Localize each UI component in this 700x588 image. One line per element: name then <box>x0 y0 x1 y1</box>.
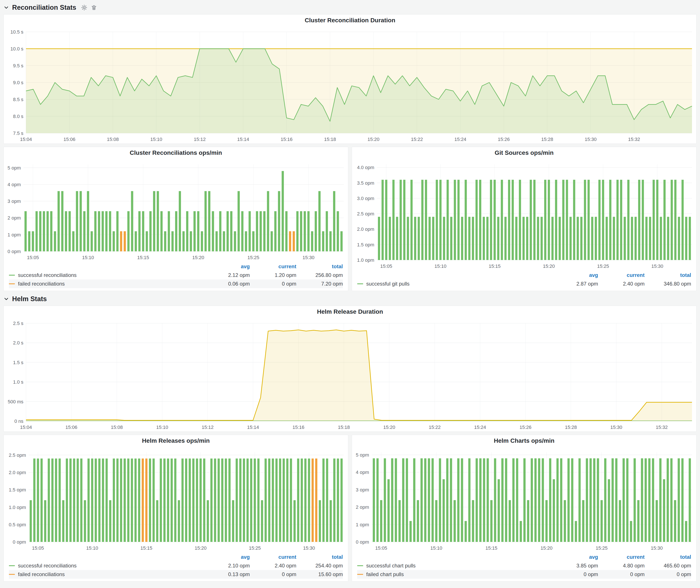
legend-row[interactable]: successful reconciliations2.12 opm1.20 o… <box>9 271 343 279</box>
svg-text:2.0 opm: 2.0 opm <box>357 226 374 232</box>
legend-row[interactable]: successful git pulls2.87 opm2.40 opm346.… <box>357 279 691 288</box>
svg-text:7.5 s: 7.5 s <box>13 131 23 136</box>
panel-row: Cluster Reconciliations ops/min 15:0515:… <box>3 147 697 291</box>
svg-text:15:14: 15:14 <box>247 425 259 430</box>
svg-text:9.0 s: 9.0 s <box>13 80 23 85</box>
panel-title[interactable]: Cluster Reconciliations ops/min <box>4 147 348 159</box>
legend-header-row: avgcurrenttotal <box>9 553 343 561</box>
legend-series-label[interactable]: successful chart pulls <box>366 563 416 569</box>
legend-value: 346.80 opm <box>645 281 691 287</box>
legend-value: 2.12 opm <box>203 272 250 278</box>
legend-series-marker <box>9 275 15 276</box>
panel-title[interactable]: Cluster Reconciliation Duration <box>4 15 696 26</box>
svg-text:2.5 s: 2.5 s <box>13 321 23 326</box>
legend-sort-header[interactable]: current <box>250 554 296 560</box>
svg-text:1.5 opm: 1.5 opm <box>9 487 26 493</box>
legend-value: 0 opm <box>645 571 691 577</box>
legend-sort-header[interactable]: current <box>598 554 645 560</box>
svg-text:15:32: 15:32 <box>656 425 668 430</box>
svg-text:2 opm: 2 opm <box>356 504 369 510</box>
legend-sort-header[interactable]: total <box>296 263 343 270</box>
section-header-reconciliation-stats[interactable]: Reconciliation Stats <box>4 3 697 13</box>
legend-row[interactable]: successful reconciliations2.10 opm2.40 o… <box>9 561 343 570</box>
legend-value: 256.80 opm <box>296 272 343 278</box>
svg-text:15:18: 15:18 <box>324 137 336 142</box>
svg-text:3.0 opm: 3.0 opm <box>357 196 374 201</box>
panel-helm-release-duration: Helm Release Duration 15:0415:0615:0815:… <box>3 306 697 432</box>
svg-text:15:25: 15:25 <box>596 545 608 551</box>
chart-helm-release-duration[interactable]: 15:0415:0615:0815:1015:1215:1415:1615:18… <box>4 318 696 431</box>
svg-text:2.5 opm: 2.5 opm <box>9 452 26 458</box>
svg-text:15:10: 15:10 <box>430 545 442 551</box>
svg-text:15:16: 15:16 <box>292 425 304 430</box>
chart-helm-charts-ops[interactable]: 15:0515:1015:1515:2015:2515:300 opm1 opm… <box>352 447 696 552</box>
svg-text:15:32: 15:32 <box>628 137 640 142</box>
legend-series-label[interactable]: failed chart pulls <box>366 571 404 577</box>
svg-text:2.0 s: 2.0 s <box>13 340 23 346</box>
legend-series-label[interactable]: failed reconciliations <box>18 281 65 287</box>
svg-text:15:08: 15:08 <box>111 425 123 430</box>
legend-sort-header[interactable]: current <box>250 263 296 270</box>
legend: avgcurrenttotalsuccessful reconciliation… <box>4 262 348 291</box>
svg-text:8.0 s: 8.0 s <box>13 114 23 119</box>
legend-series-label[interactable]: failed reconciliations <box>18 571 65 577</box>
legend-series-label[interactable]: successful reconciliations <box>18 563 77 569</box>
legend-sort-header[interactable]: current <box>598 272 645 278</box>
svg-text:9.5 s: 9.5 s <box>13 63 23 68</box>
legend-sort-header[interactable]: avg <box>203 554 250 560</box>
panel-title[interactable]: Helm Charts ops/min <box>352 435 696 447</box>
chart-cluster-reconciliations-ops[interactable]: 15:0515:1015:1515:2015:2515:300 opm1 opm… <box>4 159 348 262</box>
svg-text:15:30: 15:30 <box>651 545 663 551</box>
svg-text:15:10: 15:10 <box>156 425 168 430</box>
legend-series-marker <box>357 283 363 284</box>
legend-sort-header[interactable]: avg <box>552 272 598 278</box>
legend-sort-header[interactable]: avg <box>203 263 250 270</box>
legend-sort-header[interactable]: avg <box>552 554 598 560</box>
section-header-helm-stats[interactable]: Helm Stats <box>4 294 697 304</box>
svg-text:15:05: 15:05 <box>375 545 387 551</box>
chevron-down-icon <box>4 5 9 10</box>
legend: avgcurrenttotalsuccessful git pulls2.87 … <box>352 270 696 291</box>
legend-series-label[interactable]: successful git pulls <box>366 281 410 287</box>
legend-value: 2.10 opm <box>203 563 250 569</box>
legend-value: 0 opm <box>250 281 296 287</box>
svg-text:15:20: 15:20 <box>543 263 555 269</box>
svg-text:0 ns: 0 ns <box>14 418 23 424</box>
svg-text:1.5 s: 1.5 s <box>13 360 23 365</box>
panel-title[interactable]: Helm Releases ops/min <box>4 435 348 447</box>
chart-helm-releases-ops[interactable]: 15:0515:1015:1515:2015:2515:300 opm0.5 o… <box>4 447 348 552</box>
legend-value: 0.06 opm <box>203 281 250 287</box>
gear-icon[interactable] <box>81 4 87 11</box>
legend-value: 4.80 opm <box>598 563 645 569</box>
legend-sort-header[interactable]: total <box>645 272 691 278</box>
svg-text:10.0 s: 10.0 s <box>10 46 23 52</box>
svg-text:10.5 s: 10.5 s <box>10 29 23 35</box>
svg-text:15:20: 15:20 <box>540 545 552 551</box>
legend-sort-header[interactable]: total <box>645 554 691 560</box>
legend-sort-header[interactable]: total <box>296 554 343 560</box>
chevron-down-icon <box>4 297 9 301</box>
legend-value: 2.40 opm <box>250 563 296 569</box>
legend-series-label[interactable]: successful reconciliations <box>18 272 77 278</box>
trash-icon[interactable] <box>91 5 97 11</box>
legend-row[interactable]: failed chart pulls0 opm0 opm0 opm <box>357 570 691 579</box>
legend-row[interactable]: failed reconciliations0.13 opm0 opm15.60… <box>9 570 343 579</box>
svg-text:1.0 opm: 1.0 opm <box>9 505 26 510</box>
legend-row[interactable]: failed reconciliations0.06 opm0 opm7.20 … <box>9 279 343 288</box>
svg-text:0 opm: 0 opm <box>356 539 369 545</box>
svg-text:15:12: 15:12 <box>194 137 206 142</box>
svg-text:15:05: 15:05 <box>32 545 44 551</box>
legend-row[interactable]: successful chart pulls3.85 opm4.80 opm46… <box>357 561 691 570</box>
svg-text:15:05: 15:05 <box>380 263 392 269</box>
chart-cluster-reconciliation-duration[interactable]: 15:0415:0615:0815:1015:1215:1415:1615:18… <box>4 26 696 144</box>
svg-text:15:04: 15:04 <box>20 425 32 430</box>
svg-text:5 opm: 5 opm <box>356 452 369 458</box>
svg-text:15:15: 15:15 <box>485 545 497 551</box>
svg-text:15:04: 15:04 <box>20 137 32 142</box>
chart-git-sources-ops[interactable]: 15:0515:1015:1515:2015:2515:301.0 opm1.5… <box>352 159 696 270</box>
svg-text:15:15: 15:15 <box>489 263 501 269</box>
legend: avgcurrenttotalsuccessful reconciliation… <box>4 552 348 581</box>
svg-text:1 opm: 1 opm <box>8 232 21 237</box>
panel-title[interactable]: Helm Release Duration <box>4 306 696 318</box>
panel-title[interactable]: Git Sources ops/min <box>352 147 696 159</box>
